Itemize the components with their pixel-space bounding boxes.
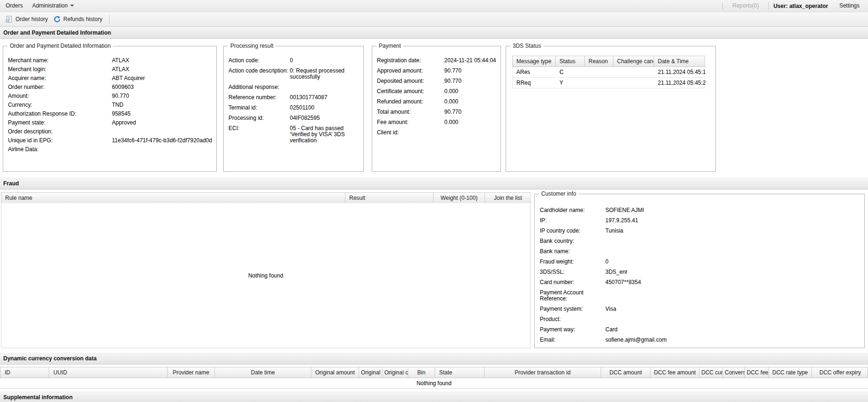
field-value: TND [112, 102, 213, 108]
field-label: Certificate amount: [377, 88, 444, 95]
field-row: Action code description:0: Request proce… [228, 68, 360, 80]
menu-item-orders[interactable]: Orders [4, 0, 28, 12]
menu-item-reports[interactable]: Reports(0) [728, 0, 764, 12]
column-header[interactable]: Bin [408, 367, 435, 378]
order-info-panel-title: Order and Payment Detailed Information [7, 43, 113, 49]
column-header[interactable]: Join the list [485, 193, 531, 203]
column-header[interactable]: Original amount [311, 367, 359, 378]
column-header[interactable]: DCC fee [745, 367, 769, 378]
field-value: 0.000 [444, 119, 497, 125]
tds-status-table: Message typeStatusReasonChallenge cancel… [512, 56, 705, 88]
field-label: Processing id: [228, 115, 290, 121]
column-header[interactable]: ID [0, 367, 49, 378]
menubar: Orders Administration Reports(0) User: a… [0, 0, 868, 12]
column-header[interactable]: Date time [215, 367, 311, 378]
table-row[interactable]: RReqY21.11.2024 05:45:29 [512, 78, 705, 88]
payment-panel: Payment Registration date:2024-11-21 05:… [372, 46, 501, 172]
field-label: Bank name: [540, 249, 605, 255]
field-value: 02501100 [290, 105, 360, 111]
field-row: Terminal id:02501100 [228, 105, 360, 111]
field-row: Action code:0 [228, 58, 360, 64]
field-row: Certificate amount:0.000 [377, 88, 497, 95]
column-header[interactable]: DCC rate type [769, 367, 812, 378]
processing-result-fields: Action code:0Action code description:0: … [224, 46, 363, 144]
menu-item-administration-label: Administration [32, 2, 68, 9]
field-value [605, 290, 861, 302]
field-row: Payment state:Approved [8, 120, 213, 126]
fraud-empty-text: Nothing found [248, 272, 283, 279]
field-label: Order number: [8, 84, 112, 90]
column-header[interactable]: DCC offer expiry [812, 367, 868, 378]
menu-separator [768, 2, 769, 9]
field-label: IP: [540, 218, 605, 224]
field-label: Authorization Response ID: [8, 111, 112, 117]
table-row[interactable]: AResC21.11.2024 05:45:16 [512, 67, 705, 78]
field-row: Client id: [377, 130, 497, 136]
column-header[interactable]: Original c [383, 367, 408, 378]
field-value [605, 249, 861, 255]
column-header[interactable]: Result [346, 193, 434, 203]
field-value: 2024-11-21 05:44:04 [444, 58, 497, 64]
column-header[interactable]: Message type [513, 56, 556, 66]
field-label: IP country code: [540, 228, 605, 234]
refunds-history-label: Refunds history [63, 16, 102, 22]
field-label: Acquirer name: [8, 75, 112, 81]
menu-item-settings[interactable]: Settings [835, 0, 864, 12]
field-row: 3DS/SSL:3DS_enr [540, 269, 861, 275]
column-header[interactable]: DCC curr [699, 367, 723, 378]
field-label: Payment system: [540, 306, 605, 312]
column-header[interactable]: Date & Time [654, 56, 706, 66]
user-label: User: atlax_operator [773, 3, 828, 9]
dcc-section-header: Dynamic currency conversion data [0, 353, 868, 365]
field-label: Payment way: [540, 327, 605, 333]
field-row: Product: [540, 316, 861, 322]
column-header[interactable]: Status [556, 56, 585, 66]
field-label: Approved amount: [377, 68, 444, 74]
field-value: 001301774087 [290, 95, 360, 101]
field-label: ECI: [228, 125, 290, 144]
field-label: Reference number: [228, 95, 290, 101]
field-value: ABT Acquirer [112, 75, 213, 81]
field-label: Card number: [540, 279, 605, 285]
field-value: 3DS_enr [605, 269, 861, 275]
column-header[interactable]: Challenge cancel [613, 56, 654, 66]
table-cell: ARes [513, 67, 556, 77]
table-cell: C [556, 67, 585, 77]
field-label: Total amount: [377, 109, 444, 115]
menu-item-administration[interactable]: Administration [28, 0, 79, 12]
column-header[interactable]: UUID [49, 367, 168, 378]
dcc-empty-row: Nothing found [0, 378, 868, 389]
field-value: SOFIENE AJMI [605, 207, 861, 213]
payment-panel-title: Payment [376, 43, 403, 49]
field-row: Payment Account Reference: [540, 290, 861, 302]
field-row: Reference number:001301774087 [228, 95, 360, 101]
field-value [605, 316, 861, 322]
column-header[interactable]: Provider transaction id [485, 367, 601, 378]
field-value: 197.9.255.41 [605, 218, 861, 224]
column-header[interactable]: DCC amount [601, 367, 651, 378]
column-header[interactable]: DCC fee amount [651, 367, 699, 378]
field-row: Currency:TND [8, 102, 213, 108]
field-row: Merchant name:ATLAX [8, 58, 213, 64]
tds-status-panel: 3DS Status Message typeStatusReasonChall… [506, 46, 716, 172]
field-row: Bank name: [540, 249, 861, 255]
column-header[interactable]: Reason [585, 56, 613, 66]
field-label: Action code: [228, 58, 290, 64]
column-header[interactable]: State [435, 367, 485, 378]
supplemental-section-header: Supplemental information [0, 392, 868, 402]
column-header[interactable]: Rule name [1, 193, 346, 203]
tds-table-header: Message typeStatusReasonChallenge cancel… [512, 56, 705, 67]
column-header[interactable]: Provider name [168, 367, 215, 378]
refunds-history-button[interactable]: Refunds history [51, 14, 105, 24]
column-header[interactable]: Weight (0-100) [434, 193, 485, 203]
field-label: Order description: [8, 129, 112, 135]
field-label: Airline Data: [8, 146, 112, 153]
field-value: Card [605, 327, 861, 333]
field-row: Authorization Response ID:958545 [8, 111, 213, 117]
column-header[interactable]: Original f [359, 367, 383, 378]
field-value: 0 [605, 259, 861, 265]
order-history-button[interactable]: Order history [3, 14, 51, 24]
toolbar-separator [109, 15, 110, 24]
field-label: Fee amount: [377, 119, 444, 125]
column-header[interactable]: Conversi [723, 367, 745, 378]
